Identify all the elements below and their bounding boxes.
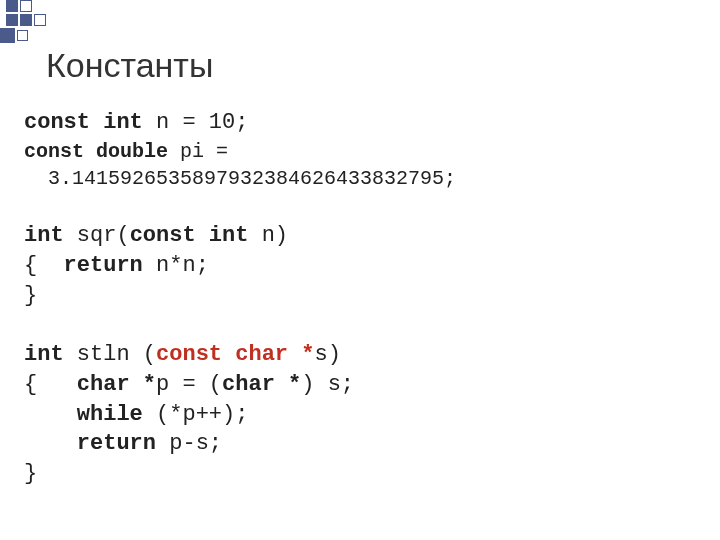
code-line-blank <box>24 192 456 222</box>
code-line: } <box>24 459 456 489</box>
code-line: const int n = 10; <box>24 108 456 138</box>
code-line: { return n*n; <box>24 251 456 281</box>
code-line: int stln (const char *s) <box>24 340 456 370</box>
code-line: int sqr(const int n) <box>24 221 456 251</box>
code-line: } <box>24 281 456 311</box>
code-line: while (*p++); <box>24 400 456 430</box>
code-line: { char *p = (char *) s; <box>24 370 456 400</box>
code-block: const int n = 10; const double pi = 3.14… <box>24 108 456 489</box>
slide-title: Константы <box>46 46 213 85</box>
corner-decoration <box>0 0 130 50</box>
code-line: const double pi = <box>24 138 456 165</box>
code-line: return p-s; <box>24 429 456 459</box>
code-line-blank <box>24 310 456 340</box>
code-line: 3.1415926535897932384626433832795; <box>24 165 456 192</box>
